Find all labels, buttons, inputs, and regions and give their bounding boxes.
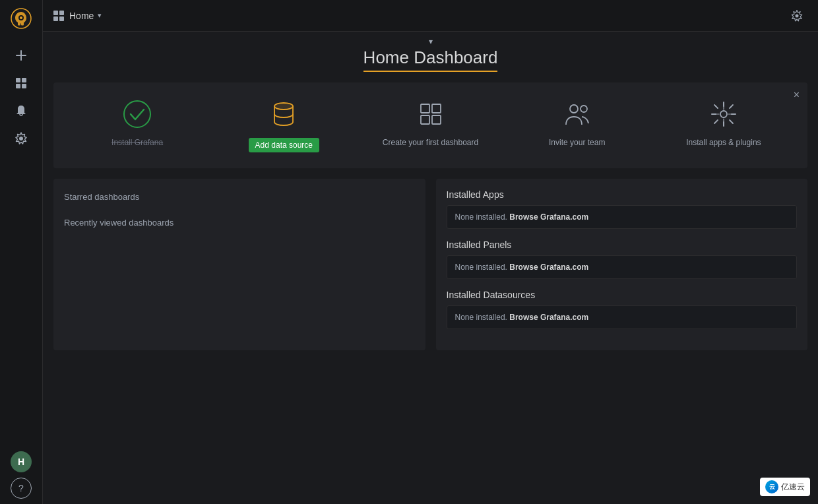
install-apps-icon bbox=[708, 98, 739, 130]
topbar-chevron: ▾ bbox=[98, 11, 102, 20]
install-apps-label: Install apps & plugins bbox=[686, 138, 761, 147]
sidebar-item-alerting[interactable] bbox=[8, 98, 34, 124]
topbar: Home ▾ bbox=[43, 0, 818, 32]
collapse-button[interactable]: ▾ bbox=[429, 37, 433, 46]
close-button[interactable]: × bbox=[794, 89, 800, 101]
add-datasource-button[interactable]: Add data source bbox=[249, 138, 319, 152]
starred-dashboards-link[interactable]: Starred dashboards bbox=[64, 189, 415, 205]
installed-apps-box: None installed. Browse Grafana.com bbox=[447, 205, 798, 229]
installed-datasources-section: Installed Datasources None installed. Br… bbox=[447, 290, 798, 329]
topbar-home-label: Home bbox=[69, 11, 94, 21]
step-install-apps[interactable]: Install apps & plugins bbox=[650, 98, 797, 147]
installed-apps-title: Installed Apps bbox=[447, 189, 798, 200]
svg-point-16 bbox=[570, 105, 578, 113]
installed-panels-browse-link[interactable]: Browse Grafana.com bbox=[509, 263, 588, 272]
topbar-home-link[interactable]: Home ▾ bbox=[69, 11, 102, 21]
step-invite-team[interactable]: Invite your team bbox=[504, 98, 650, 147]
recent-section: Recently viewed dashboards bbox=[64, 215, 415, 230]
svg-point-7 bbox=[19, 137, 23, 141]
watermark-logo: 云 bbox=[765, 480, 778, 493]
installed-datasources-title: Installed Datasources bbox=[447, 290, 798, 300]
installed-apps-section: Installed Apps None installed. Browse Gr… bbox=[447, 189, 798, 229]
user-avatar[interactable]: H bbox=[11, 451, 32, 472]
invite-team-icon bbox=[561, 98, 593, 130]
svg-point-11 bbox=[274, 103, 293, 110]
help-icon[interactable]: ? bbox=[11, 478, 32, 499]
installed-panels-title: Installed Panels bbox=[447, 239, 798, 250]
step-create-dashboard[interactable]: Create your first dashboard bbox=[357, 98, 503, 147]
right-panel: Installed Apps None installed. Browse Gr… bbox=[436, 179, 808, 350]
install-grafana-icon bbox=[121, 98, 153, 130]
svg-point-9 bbox=[124, 101, 150, 127]
installed-panels-box: None installed. Browse Grafana.com bbox=[447, 255, 798, 279]
svg-point-17 bbox=[581, 106, 587, 112]
watermark: 云 亿速云 bbox=[760, 478, 810, 496]
svg-rect-14 bbox=[421, 115, 429, 124]
svg-rect-4 bbox=[22, 78, 26, 82]
add-datasource-icon bbox=[268, 98, 299, 130]
grafana-logo[interactable] bbox=[8, 5, 34, 32]
settings-icon[interactable] bbox=[786, 5, 807, 26]
sidebar-item-configuration[interactable] bbox=[8, 125, 34, 152]
page-title: Home Dashboard bbox=[363, 47, 498, 72]
svg-rect-5 bbox=[16, 84, 20, 88]
setup-card: × Install Grafana bbox=[53, 82, 807, 168]
step-install-grafana[interactable]: Install Grafana bbox=[64, 98, 210, 147]
svg-rect-12 bbox=[421, 104, 429, 113]
sidebar: H ? bbox=[0, 0, 43, 504]
grid-icon bbox=[53, 11, 64, 21]
svg-point-18 bbox=[720, 111, 727, 117]
steps-container: Install Grafana Add data source bbox=[64, 98, 797, 152]
svg-rect-3 bbox=[16, 78, 20, 82]
installed-apps-none-text: None installed. bbox=[455, 212, 507, 222]
svg-rect-15 bbox=[432, 115, 441, 124]
starred-section: Starred dashboards bbox=[64, 189, 415, 205]
bottom-panels: Starred dashboards Recently viewed dashb… bbox=[53, 179, 807, 350]
create-dashboard-icon bbox=[415, 98, 447, 130]
create-dashboard-label: Create your first dashboard bbox=[383, 138, 478, 147]
invite-team-label: Invite your team bbox=[549, 138, 605, 147]
recent-dashboards-link[interactable]: Recently viewed dashboards bbox=[64, 215, 415, 230]
installed-panels-none-text: None installed. bbox=[455, 263, 507, 272]
page-content: ▾ Home Dashboard × Install Grafana bbox=[43, 32, 818, 504]
sidebar-item-create[interactable] bbox=[8, 42, 34, 69]
install-grafana-label: Install Grafana bbox=[111, 138, 163, 147]
dashboard-header: ▾ Home Dashboard bbox=[43, 32, 818, 82]
step-add-datasource[interactable]: Add data source bbox=[210, 98, 357, 152]
svg-point-8 bbox=[796, 14, 799, 17]
installed-panels-section: Installed Panels None installed. Browse … bbox=[447, 239, 798, 279]
main-content: Home ▾ ▾ Home Dashboard × bbox=[43, 0, 818, 504]
installed-apps-browse-link[interactable]: Browse Grafana.com bbox=[509, 212, 588, 222]
left-panel: Starred dashboards Recently viewed dashb… bbox=[53, 179, 425, 350]
svg-rect-13 bbox=[432, 104, 441, 113]
svg-point-2 bbox=[20, 16, 22, 19]
watermark-text: 亿速云 bbox=[781, 482, 805, 493]
installed-datasources-box: None installed. Browse Grafana.com bbox=[447, 305, 798, 329]
svg-rect-6 bbox=[22, 84, 26, 88]
sidebar-item-dashboards[interactable] bbox=[8, 70, 34, 96]
installed-datasources-browse-link[interactable]: Browse Grafana.com bbox=[509, 313, 588, 322]
installed-datasources-none-text: None installed. bbox=[455, 313, 507, 322]
